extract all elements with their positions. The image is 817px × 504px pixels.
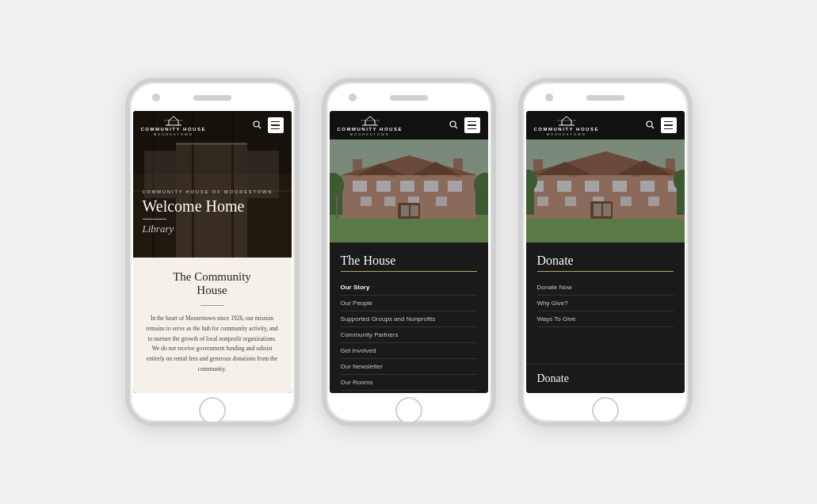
phone-2-wrapper: COMMUNITY HOUSE MOORESTOWN (322, 78, 496, 426)
phone-1-hero-content: COMMUNITY HOUSE OF MOORESTOWN Welcome Ho… (143, 189, 282, 235)
svg-rect-64 (613, 181, 627, 192)
phone-2-home-button[interactable] (395, 397, 422, 424)
phone-2-logo: COMMUNITY HOUSE MOORESTOWN (338, 114, 403, 136)
phone-2-search-button[interactable] (448, 119, 460, 132)
nav-link-item[interactable]: Community Partners (341, 327, 477, 343)
svg-rect-70 (620, 197, 632, 206)
phone-3-speaker (586, 95, 624, 101)
svg-rect-28 (353, 181, 367, 192)
phone-2-menu-button[interactable] (464, 117, 480, 133)
nav-link-item[interactable]: Supported Groups and Nonprofits (341, 311, 477, 327)
phone-1-content-body: In the heart of Moorestown since 1926, o… (144, 314, 281, 375)
nav-link-item[interactable]: Ways To Give (537, 311, 674, 327)
svg-rect-68 (565, 197, 576, 206)
phone-3-camera (545, 94, 553, 101)
content-divider (200, 305, 224, 306)
phone-3-side-btn (690, 146, 693, 173)
phone-3-menu-button[interactable] (661, 117, 677, 133)
phone-3-screen: COMMUNITY HOUSE MOORESTOWN (526, 111, 685, 393)
phone-3-nav-icons (644, 117, 677, 133)
phone-2-top-bar (326, 82, 491, 113)
svg-rect-74 (603, 204, 611, 216)
phone-1: COMMUNITY HOUSE MOORESTOWN (125, 78, 300, 426)
hamburger-line-2 (664, 124, 673, 126)
phone-1-logo-line2: MOORESTOWN (154, 132, 193, 136)
nav-link-item[interactable]: Get Involved (341, 343, 477, 359)
svg-rect-52 (526, 215, 685, 242)
svg-rect-30 (400, 181, 414, 192)
nav-link-item[interactable]: Our Rooms (341, 375, 477, 391)
svg-rect-19 (330, 215, 488, 242)
phone-2-camera (349, 94, 357, 101)
phone-2-section-title: The House (341, 254, 477, 272)
phone-2-screen: COMMUNITY HOUSE MOORESTOWN (330, 111, 488, 393)
phone-2: COMMUNITY HOUSE MOORESTOWN (322, 78, 496, 426)
phone-3-section-title: Donate (537, 254, 674, 272)
phone-1-search-button[interactable] (251, 119, 263, 132)
phone-3-search-button[interactable] (644, 119, 656, 132)
phone-2-speaker (390, 95, 428, 101)
svg-rect-73 (594, 204, 601, 216)
phone-1-content-title: The Community House (144, 270, 281, 297)
svg-rect-67 (537, 197, 548, 206)
hamburger-line-3 (468, 128, 476, 130)
phone-3-bottom-section: Donate (526, 364, 685, 393)
svg-rect-39 (410, 205, 418, 216)
svg-rect-71 (648, 197, 659, 206)
phone-1-nav-icons (251, 117, 284, 133)
svg-rect-29 (376, 181, 391, 192)
phone-1-nav: COMMUNITY HOUSE MOORESTOWN (133, 111, 292, 139)
phones-container: COMMUNITY HOUSE MOORESTOWN (125, 78, 693, 426)
phone-1-screen: COMMUNITY HOUSE MOORESTOWN (133, 111, 292, 393)
svg-rect-38 (401, 205, 409, 216)
phone-1-speaker (193, 95, 231, 101)
nav-link-item[interactable]: Our People (341, 296, 477, 311)
hamburger-line-3 (664, 128, 673, 130)
svg-rect-65 (640, 181, 655, 192)
phone-2-content: The House Our StoryOur PeopleSupported G… (330, 242, 488, 393)
hamburger-line-2 (468, 124, 476, 126)
svg-rect-31 (424, 181, 438, 192)
nav-link-item[interactable]: Why Give? (537, 296, 674, 311)
phone-1-content: The Community House In the heart of Moor… (133, 258, 292, 393)
phone-1-home-button[interactable] (199, 397, 226, 424)
svg-line-17 (455, 126, 457, 128)
svg-point-16 (450, 121, 456, 127)
nav-link-item[interactable]: Donate Now (537, 280, 674, 296)
svg-line-50 (651, 126, 654, 128)
phone-1-logo: COMMUNITY HOUSE MOORESTOWN (141, 114, 206, 136)
phone-3: COMMUNITY HOUSE MOORESTOWN (518, 78, 693, 426)
phone-2-logo-line2: MOORESTOWN (350, 132, 390, 136)
phone-2-logo-line1: COMMUNITY HOUSE (338, 127, 403, 132)
nav-link-item[interactable]: Our Story (341, 280, 477, 296)
nav-link-item[interactable]: Our Newsletter (341, 359, 477, 375)
hamburger-line-3 (271, 128, 280, 130)
hero-subtitle: Library (143, 223, 282, 235)
hamburger-line-1 (468, 121, 476, 123)
phone-3-nav: COMMUNITY HOUSE MOORESTOWN (526, 111, 685, 139)
svg-rect-36 (436, 197, 447, 206)
phone-2-nav: COMMUNITY HOUSE MOORESTOWN (330, 111, 488, 139)
phone-2-nav-icons (448, 117, 480, 133)
hero-tagline: COMMUNITY HOUSE OF MOORESTOWN (143, 189, 282, 194)
svg-rect-63 (585, 181, 599, 192)
hamburger-line-1 (664, 121, 673, 123)
phone-3-wrapper: COMMUNITY HOUSE MOORESTOWN (518, 78, 693, 426)
phone-3-logo: COMMUNITY HOUSE MOORESTOWN (534, 114, 599, 136)
phone-1-top-bar (130, 82, 295, 113)
hero-divider (143, 219, 166, 220)
phone-3-logo-line1: COMMUNITY HOUSE (534, 127, 599, 132)
phone-1-hero: COMMUNITY HOUSE MOORESTOWN (133, 111, 292, 258)
phone-1-wrapper: COMMUNITY HOUSE MOORESTOWN (125, 78, 300, 426)
phone-1-side-btn (297, 146, 300, 173)
phone-1-menu-button[interactable] (268, 117, 284, 133)
phone-3-content: Donate Donate NowWhy Give?Ways To Give (526, 242, 685, 364)
phone-3-nav-links: Donate NowWhy Give?Ways To Give (537, 280, 674, 327)
phone-2-hero-image (330, 139, 488, 242)
svg-rect-33 (361, 197, 372, 206)
phone-3-home-button[interactable] (592, 397, 619, 424)
hero-title: Welcome Home (143, 197, 282, 216)
svg-rect-62 (557, 181, 571, 192)
hamburger-line-1 (271, 121, 280, 123)
phone-2-side-btn (494, 146, 496, 173)
